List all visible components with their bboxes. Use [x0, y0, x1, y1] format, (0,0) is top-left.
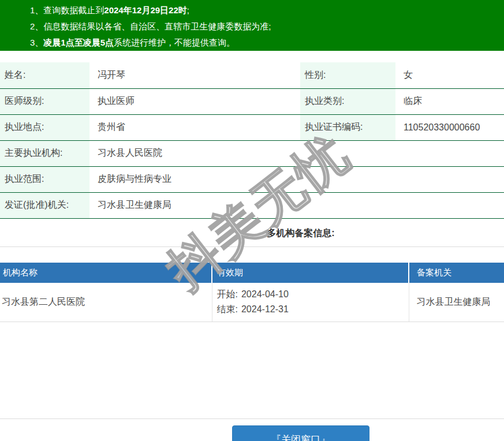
cert-code-value: 110520330000660 [395, 114, 504, 140]
level-label: 医师级别: [0, 88, 89, 114]
name-value: 冯开琴 [89, 62, 300, 88]
issuer-label: 发证(批准)机关: [0, 192, 89, 218]
multi-org-section-title: 多机构备案信息: [0, 219, 504, 247]
main-org-value: 习水县人民医院 [89, 140, 504, 166]
filing-header-org: 机构名称 [0, 263, 212, 283]
doctor-info-table: 姓名: 冯开琴 性别: 女 医师级别: 执业医师 执业类别: 临床 执业地点: … [0, 62, 504, 219]
notice-3-num: 3、 [30, 38, 43, 47]
category-value: 临床 [395, 88, 504, 114]
filing-authority-value: 习水县卫生健康局 [409, 283, 504, 322]
validity-end-line: 结束:2024-12-31 [217, 302, 409, 317]
notice-2-text: 信息数据结果以各省、自治区、直辖市卫生健康委数据为准; [43, 21, 271, 31]
main-org-label: 主要执业机构: [0, 140, 89, 166]
start-label: 开始: [217, 289, 238, 299]
footer-divider [0, 418, 504, 419]
notice-banner: 1、查询数据截止到2024年12月29日22时; 2、信息数据结果以各省、自治区… [0, 0, 504, 51]
gender-label: 性别: [300, 62, 395, 88]
notice-2-num: 2、 [30, 21, 43, 31]
table-row: 执业地点: 贵州省 执业证书编码: 110520330000660 [0, 114, 504, 140]
query-result-page: 1、查询数据截止到2024年12月29日22时; 2、信息数据结果以各省、自治区… [0, 0, 504, 322]
notice-3-bold: 凌晨1点至凌晨5点 [43, 38, 114, 47]
filing-header-validity: 有效期 [212, 263, 409, 283]
issuer-value: 习水县卫生健康局 [89, 192, 504, 218]
notice-1-num: 1、 [30, 5, 43, 15]
gender-value: 女 [395, 62, 504, 88]
filing-org-value: 习水县第二人民医院 [0, 283, 212, 322]
name-label: 姓名: [0, 62, 89, 88]
category-label: 执业类别: [300, 88, 395, 114]
end-label: 结束: [217, 304, 238, 314]
filing-validity-cell: 开始:2024-04-10 结束:2024-12-31 [212, 283, 409, 322]
table-row: 执业范围: 皮肤病与性病专业 [0, 166, 504, 192]
close-window-button[interactable]: 『关闭窗口』 [232, 425, 369, 441]
table-row: 主要执业机构: 习水县人民医院 [0, 140, 504, 166]
cert-code-label: 执业证书编码: [300, 114, 395, 140]
filing-data-row: 习水县第二人民医院 开始:2024-04-10 结束:2024-12-31 习水… [0, 283, 504, 322]
table-row: 姓名: 冯开琴 性别: 女 [0, 62, 504, 88]
end-date: 2024-12-31 [241, 304, 289, 314]
filing-table: 机构名称 有效期 备案机关 习水县第二人民医院 开始:2024-04-10 结束… [0, 263, 504, 323]
start-date: 2024-04-10 [241, 289, 289, 299]
notice-line-2: 2、信息数据结果以各省、自治区、直辖市卫生健康委数据为准; [30, 18, 504, 35]
table-row: 医师级别: 执业医师 执业类别: 临床 [0, 88, 504, 114]
location-value: 贵州省 [89, 114, 300, 140]
notice-line-1: 1、查询数据截止到2024年12月29日22时; [30, 2, 504, 18]
location-label: 执业地点: [0, 114, 89, 140]
level-value: 执业医师 [89, 88, 300, 114]
notice-3-post: 系统进行维护，不能提供查询。 [114, 38, 235, 47]
scope-label: 执业范围: [0, 166, 89, 192]
validity-start-line: 开始:2024-04-10 [217, 287, 409, 302]
notice-1-bold: 2024年12月29日22时 [104, 5, 186, 15]
filing-header-row: 机构名称 有效期 备案机关 [0, 263, 504, 283]
notice-1-text: 查询数据截止到 [43, 5, 104, 15]
filing-header-authority: 备案机关 [409, 263, 504, 283]
notice-line-3: 3、凌晨1点至凌晨5点系统进行维护，不能提供查询。 [30, 35, 504, 51]
table-row: 发证(批准)机关: 习水县卫生健康局 [0, 192, 504, 218]
scope-value: 皮肤病与性病专业 [89, 166, 504, 192]
notice-1-post: ; [187, 5, 189, 15]
